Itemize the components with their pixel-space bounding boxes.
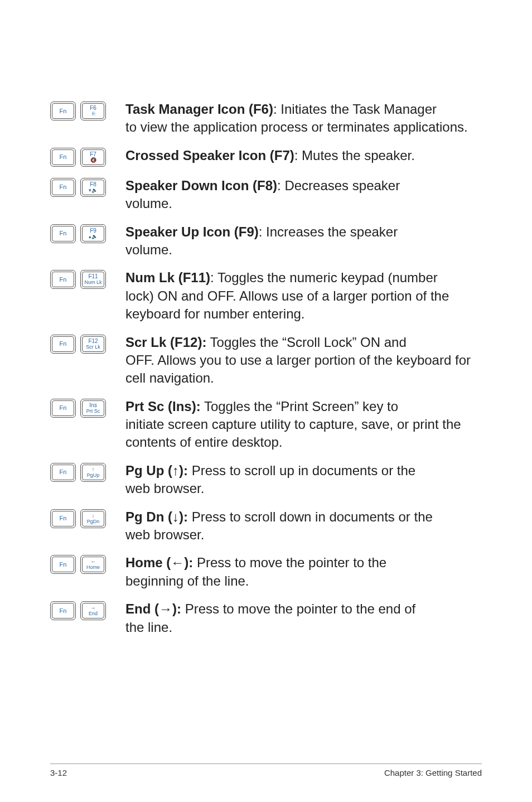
key-label-bottom: PgDn bbox=[87, 519, 100, 524]
description-line: End (→): Press to move the pointer to th… bbox=[125, 600, 482, 618]
shortcut-row: Fn→EndEnd (→): Press to move the pointer… bbox=[50, 600, 482, 636]
key-label-bottom: ▾🔈 bbox=[89, 188, 98, 193]
fn-key-icon: Fn bbox=[50, 148, 76, 167]
key-label-bottom: ▴🔈 bbox=[89, 234, 98, 239]
key-label-top: F11 bbox=[88, 274, 98, 279]
description-line: web browser. bbox=[125, 480, 482, 497]
fn-key-icon: Fn bbox=[50, 509, 76, 528]
key-label-top: F7 bbox=[90, 152, 96, 157]
key-label: Fn bbox=[60, 405, 67, 411]
shortcut-lead: Speaker Down Icon (F8) bbox=[125, 178, 277, 193]
key-label: Fn bbox=[60, 184, 67, 190]
shortcut-description: Task Manager Icon (F6): Initiates the Ta… bbox=[125, 100, 482, 137]
description-line: beginning of the line. bbox=[125, 572, 482, 590]
end-key-icon: →End bbox=[80, 601, 106, 620]
shortcut-lead: Task Manager Icon (F6) bbox=[125, 102, 273, 117]
fn-key-icon: Fn bbox=[50, 102, 76, 120]
description-text: Decreases speaker bbox=[284, 178, 400, 193]
description-text: Initiates the Task Manager bbox=[280, 102, 437, 117]
description-text: Press to scroll down in documents or the bbox=[192, 509, 433, 524]
shortcut-description: Scr Lk (F12): Toggles the “Scroll Lock” … bbox=[125, 334, 482, 388]
key-label-top: F8 bbox=[90, 182, 96, 187]
separator bbox=[181, 601, 185, 616]
key-label-top: → bbox=[90, 605, 96, 611]
shortcut-description: Num Lk (F11): Toggles the numeric keypad… bbox=[125, 269, 482, 323]
key-label: Fn bbox=[60, 108, 67, 114]
description-line: volume. bbox=[125, 195, 482, 212]
description-line: Crossed Speaker Icon (F7): Mutes the spe… bbox=[125, 147, 482, 165]
key-combo: Fn↓PgDn bbox=[50, 508, 125, 528]
description-text: Toggles the numeric keypad (number bbox=[217, 270, 438, 285]
f7-key-icon: F7🔇 bbox=[80, 148, 106, 167]
description-line: Scr Lk (F12): Toggles the “Scroll Lock” … bbox=[125, 334, 482, 351]
description-line: Pg Up (↑): Press to scroll up in documen… bbox=[125, 462, 482, 480]
shortcut-list: FnF6⎘Task Manager Icon (F6): Initiates t… bbox=[50, 100, 482, 636]
shortcut-row: Fn↑PgUpPg Up (↑): Press to scroll up in … bbox=[50, 462, 482, 498]
f9-key-icon: F9▴🔈 bbox=[80, 224, 106, 243]
key-label-bottom: Scr Lk bbox=[86, 345, 100, 350]
key-label: Fn bbox=[60, 277, 67, 283]
description-text: Press to move the pointer to the bbox=[197, 555, 386, 570]
key-label-bottom: Num Lk bbox=[84, 280, 101, 285]
key-combo: FnF6⎘ bbox=[50, 100, 125, 120]
description-line: initiate screen capture utility to captu… bbox=[125, 416, 482, 452]
separator: : bbox=[277, 178, 284, 193]
key-label: Fn bbox=[60, 230, 67, 236]
shortcut-lead: Pg Up (↑): bbox=[125, 463, 188, 478]
key-label-bottom: ⎘ bbox=[92, 112, 95, 117]
fn-key-icon: Fn bbox=[50, 270, 76, 289]
shortcut-description: Speaker Up Icon (F9): Increases the spea… bbox=[125, 223, 482, 259]
key-label-top: F6 bbox=[90, 105, 96, 111]
description-line: Speaker Up Icon (F9): Increases the spea… bbox=[125, 223, 482, 241]
key-combo: Fn↑PgUp bbox=[50, 462, 125, 482]
description-line: Home (←): Press to move the pointer to t… bbox=[125, 554, 482, 572]
key-combo: FnF8▾🔈 bbox=[50, 177, 125, 197]
separator: : bbox=[294, 148, 302, 163]
shortcut-lead: Speaker Up Icon (F9) bbox=[125, 224, 259, 239]
f6-key-icon: F6⎘ bbox=[80, 102, 106, 120]
pgup-key-icon: ↑PgUp bbox=[80, 463, 106, 482]
description-text: Press to move the pointer to the end of bbox=[185, 601, 416, 616]
shortcut-row: FnF11Num LkNum Lk (F11): Toggles the num… bbox=[50, 269, 482, 323]
shortcut-lead: End (→): bbox=[125, 601, 181, 616]
shortcut-description: Home (←): Press to move the pointer to t… bbox=[125, 554, 482, 590]
separator: : bbox=[273, 102, 280, 117]
description-line: to view the application process or termi… bbox=[125, 118, 482, 136]
shortcut-description: Pg Dn (↓): Press to scroll down in docum… bbox=[125, 508, 482, 544]
description-text: Toggles the “Scroll Lock” ON and bbox=[210, 335, 407, 350]
shortcut-lead: Pg Dn (↓): bbox=[125, 509, 188, 524]
key-label: Fn bbox=[60, 608, 67, 614]
key-combo: FnF9▴🔈 bbox=[50, 223, 125, 243]
chapter-title: Chapter 3: Getting Started bbox=[384, 767, 482, 779]
key-label-top: F9 bbox=[90, 228, 96, 234]
shortcut-row: Fn←HomeHome (←): Press to move the point… bbox=[50, 554, 482, 590]
key-label-top: ↑ bbox=[92, 467, 95, 472]
fn-key-icon: Fn bbox=[50, 335, 76, 354]
home-key-icon: ←Home bbox=[80, 555, 106, 574]
page-footer: 3-12 Chapter 3: Getting Started bbox=[50, 764, 482, 779]
fn-key-icon: Fn bbox=[50, 224, 76, 243]
shortcut-description: Pg Up (↑): Press to scroll up in documen… bbox=[125, 462, 482, 498]
description-line: Task Manager Icon (F6): Initiates the Ta… bbox=[125, 100, 482, 118]
key-combo: FnF12Scr Lk bbox=[50, 334, 125, 354]
key-label-bottom: End bbox=[89, 611, 98, 616]
description-line: Speaker Down Icon (F8): Decreases speake… bbox=[125, 177, 482, 195]
separator bbox=[193, 555, 197, 570]
fn-key-icon: Fn bbox=[50, 463, 76, 482]
key-label-bottom: Home bbox=[86, 565, 100, 570]
fn-key-icon: Fn bbox=[50, 601, 76, 620]
shortcut-row: FnF7🔇Crossed Speaker Icon (F7): Mutes th… bbox=[50, 147, 482, 167]
shortcut-lead: Scr Lk (F12): bbox=[125, 335, 206, 350]
shortcut-lead: Home (←): bbox=[125, 555, 193, 570]
key-label: Fn bbox=[60, 341, 67, 347]
description-line: the line. bbox=[125, 619, 482, 636]
key-label: Fn bbox=[60, 154, 67, 160]
f11-key-icon: F11Num Lk bbox=[80, 270, 106, 289]
description-line: web browser. bbox=[125, 526, 482, 544]
shortcut-lead: Prt Sc (Ins): bbox=[125, 399, 201, 414]
page-number: 3-12 bbox=[50, 767, 67, 779]
description-line: volume. bbox=[125, 241, 482, 259]
separator: : bbox=[259, 224, 266, 239]
shortcut-description: End (→): Press to move the pointer to th… bbox=[125, 600, 482, 636]
key-label-top: ← bbox=[90, 559, 96, 564]
